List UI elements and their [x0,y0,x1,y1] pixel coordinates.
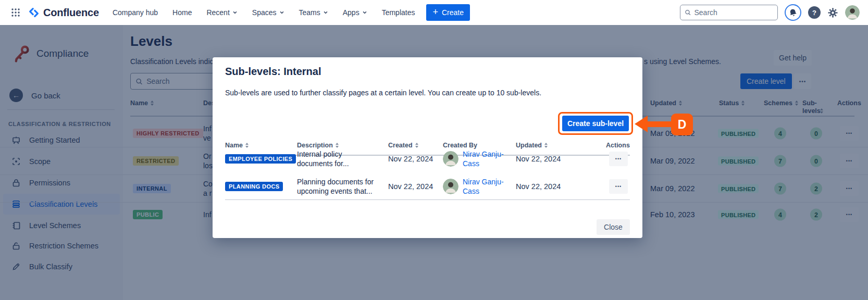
nav-item-teams[interactable]: Teams [299,8,328,17]
annotation-arrow-shaft [647,121,673,127]
sub-level-row: PLANNING DOCS Planning documents forupco… [225,172,630,200]
chevron-down-icon [362,10,367,15]
modal-description: Sub-levels are used to further classify … [225,89,541,97]
app-switcher-button[interactable] [8,5,23,20]
nav-item-recent[interactable]: Recent [206,8,237,17]
row-actions-button[interactable]: ••• [609,179,628,194]
nav-item-company-hub[interactable]: Company hub [113,8,158,17]
nav-item-spaces[interactable]: Spaces [252,8,284,17]
sub-level-badge: PLANNING DOCS [225,182,283,191]
updated-date: Nov 22, 2024 [516,155,561,163]
sub-level-badge: EMPLOYEE POLICIES [225,154,296,164]
avatar-photo [845,5,860,20]
chevron-down-icon [323,10,328,15]
app-grid-icon [10,7,21,18]
chevron-down-icon [232,10,238,15]
updated-date: Nov 22, 2024 [516,182,561,191]
question-icon: ? [812,9,816,17]
modal-table-bottom-rule [225,199,630,200]
nav-item-apps[interactable]: Apps [343,8,367,17]
create-sub-level-button[interactable]: Create sub-level [562,116,629,131]
row-actions-button[interactable]: ••• [609,152,628,166]
gear-icon [827,7,838,18]
nav-search-box [680,5,778,20]
top-nav: Confluence Company hub Home Recent Space… [0,0,868,25]
created-by-link[interactable]: Nirav Ganju-Cass [463,177,510,196]
nav-menu: Company hub Home Recent Spaces Teams App… [113,8,415,17]
sub-level-description: Internal policydocuments for... [297,149,380,168]
user-avatar[interactable] [845,5,860,20]
sub-level-description: Planning documents forupcoming events th… [297,177,380,196]
settings-button[interactable] [827,7,838,18]
nav-item-templates[interactable]: Templates [382,8,415,17]
nav-search-input[interactable] [694,8,773,17]
search-icon [685,9,691,16]
plus-icon: + [432,7,438,17]
sub-levels-modal: Sub-levels: Internal Sub-levels are used… [213,57,642,238]
create-button[interactable]: + Create [426,4,470,21]
modal-title: Sub-levels: Internal [225,66,321,78]
created-date: Nov 22, 2024 [388,182,433,191]
confluence-logo-icon [28,7,40,18]
confluence-logo[interactable]: Confluence [28,7,99,19]
chevron-down-icon [279,10,284,15]
help-button[interactable]: ? [808,6,821,19]
annotation-label-badge: D [671,114,693,135]
logo-text: Confluence [43,7,99,19]
avatar [443,179,458,194]
created-date: Nov 22, 2024 [388,155,433,163]
sub-level-row: EMPLOYEE POLICIES Internal policydocumen… [225,145,630,172]
bell-icon [788,7,798,17]
avatar [443,151,458,167]
annotation-arrow-head [635,116,648,132]
notifications-button[interactable] [785,4,801,21]
close-button[interactable]: Close [597,219,630,235]
nav-item-home[interactable]: Home [172,8,192,17]
created-by-link[interactable]: Nirav Ganju-Cass [463,149,510,168]
